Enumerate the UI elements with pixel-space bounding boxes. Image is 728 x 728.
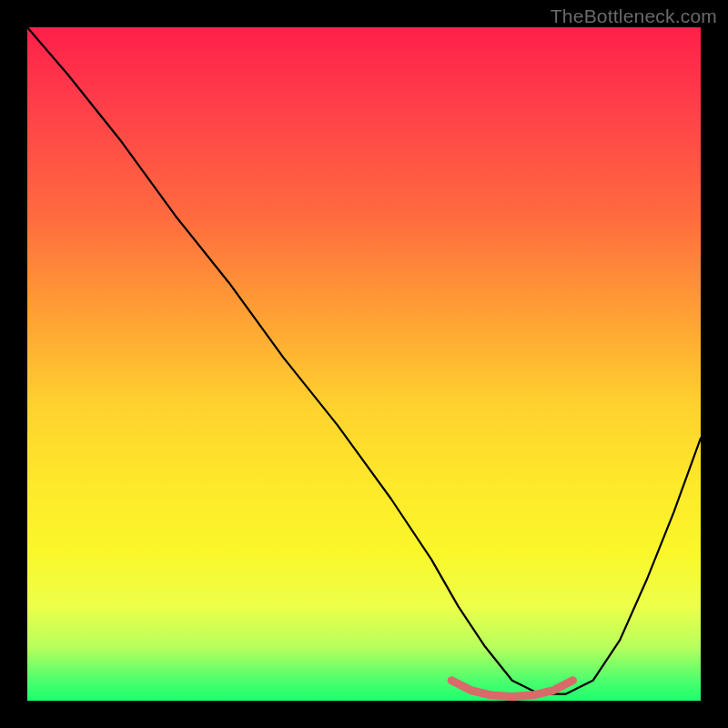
curve-layer xyxy=(27,27,701,701)
chart-stage: TheBottleneck.com xyxy=(0,0,728,728)
bottleneck-curve xyxy=(27,27,701,694)
plot-area xyxy=(27,27,701,701)
watermark-text: TheBottleneck.com xyxy=(551,5,717,27)
